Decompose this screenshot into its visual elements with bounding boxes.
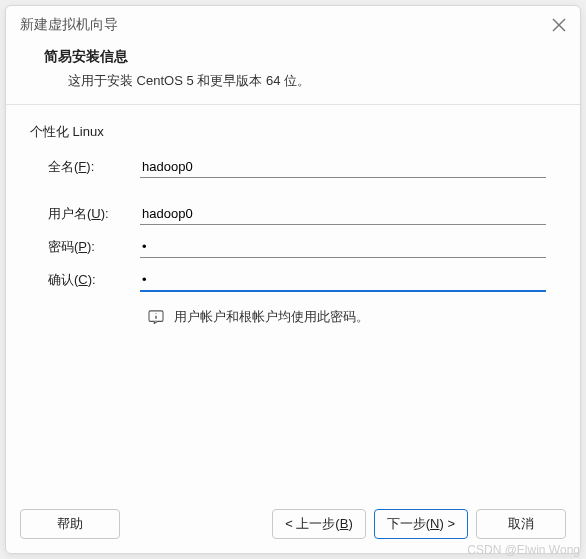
window-title: 新建虚拟机向导 <box>20 16 118 34</box>
confirm-label: 确认(C): <box>30 271 140 289</box>
content-area: 个性化 Linux 全名(F): 用户名(U): 密码(P): <box>6 105 580 499</box>
username-input[interactable] <box>140 202 546 225</box>
header-subtitle: 这用于安装 CentOS 5 和更早版本 64 位。 <box>36 72 550 90</box>
password-label: 密码(P): <box>30 238 140 256</box>
username-label: 用户名(U): <box>30 205 140 223</box>
back-button[interactable]: < 上一步(B) <box>272 509 366 539</box>
password-note: 用户帐户和根帐户均使用此密码。 <box>30 308 556 326</box>
password-row: 密码(P): <box>30 235 556 258</box>
confirm-row: 确认(C): <box>30 268 556 292</box>
close-icon[interactable] <box>552 18 566 32</box>
section-label: 个性化 Linux <box>30 123 556 141</box>
confirm-input[interactable] <box>140 268 546 292</box>
footer: 帮助 < 上一步(B) 下一步(N) > 取消 <box>6 499 580 553</box>
help-button[interactable]: 帮助 <box>20 509 120 539</box>
fullname-row: 全名(F): <box>30 155 556 178</box>
header-title: 简易安装信息 <box>36 48 550 66</box>
info-icon <box>148 310 164 324</box>
password-input[interactable] <box>140 235 546 258</box>
fullname-input[interactable] <box>140 155 546 178</box>
header-section: 简易安装信息 这用于安装 CentOS 5 和更早版本 64 位。 <box>6 42 580 105</box>
cancel-button[interactable]: 取消 <box>476 509 566 539</box>
note-text: 用户帐户和根帐户均使用此密码。 <box>174 308 369 326</box>
next-button[interactable]: 下一步(N) > <box>374 509 468 539</box>
titlebar: 新建虚拟机向导 <box>6 6 580 42</box>
username-row: 用户名(U): <box>30 202 556 225</box>
wizard-dialog: 新建虚拟机向导 简易安装信息 这用于安装 CentOS 5 和更早版本 64 位… <box>5 5 581 554</box>
fullname-label: 全名(F): <box>30 158 140 176</box>
